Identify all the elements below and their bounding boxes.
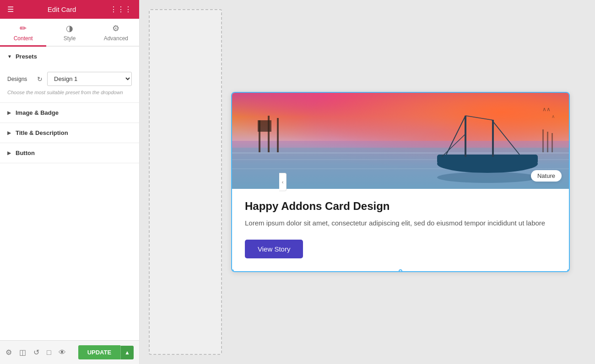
title-description-header[interactable]: ▶ Title & Description [0, 123, 139, 143]
main-content: + [140, 0, 595, 364]
button-label: Button [16, 150, 35, 156]
svg-text:∧∧: ∧∧ [542, 106, 551, 112]
sidebar-header: ☰ Edit Card ⋮⋮⋮ [0, 0, 139, 19]
sidebar-footer: ⚙ ◫ ↺ □ 👁 UPDATE ▲ [0, 340, 139, 364]
right-spacer [579, 9, 595, 355]
history-icon[interactable]: ↺ [33, 348, 39, 357]
grid-icon[interactable]: ⋮⋮⋮ [110, 5, 132, 14]
advanced-tab-icon: ⚙ [112, 23, 119, 33]
designs-select[interactable]: Design 1 Design 2 Design 3 [47, 72, 132, 86]
title-description-chevron-icon: ▶ [7, 130, 11, 135]
presets-chevron-icon: ▼ [7, 54, 12, 59]
presets-content: Designs ↻ Design 1 Design 2 Design 3 Cho… [0, 66, 139, 102]
card-widget-wrapper: + [222, 9, 579, 355]
update-btn-group: UPDATE ▲ [78, 345, 134, 359]
tab-style-label: Style [64, 35, 76, 42]
tab-advanced[interactable]: ⚙ Advanced [93, 19, 139, 47]
canvas-area: + [140, 0, 595, 364]
handle-bottom-right [567, 269, 570, 272]
svg-text:∧: ∧ [552, 114, 555, 119]
footer-icons: ⚙ ◫ ↺ □ 👁 [5, 348, 66, 357]
title-description-section: ▶ Title & Description [0, 123, 139, 143]
designs-hint: Choose the most suitable preset from the… [7, 90, 132, 95]
svg-point-16 [437, 172, 538, 183]
card-badge: Nature [531, 170, 562, 182]
image-badge-header[interactable]: ▶ Image & Badge [0, 103, 139, 123]
presets-label: Presets [16, 53, 37, 60]
tab-advanced-label: Advanced [104, 35, 128, 42]
tab-content[interactable]: ✏ Content [0, 19, 46, 47]
svg-rect-19 [542, 129, 544, 152]
card-body: Happy Addons Card Design Lorem ipsum dol… [232, 189, 569, 271]
title-description-label: Title & Description [16, 129, 68, 136]
svg-rect-6 [277, 118, 279, 152]
presets-section: ▼ Presets Designs ↻ Design 1 Design 2 De… [0, 47, 139, 103]
tab-content-label: Content [14, 35, 33, 42]
svg-rect-21 [552, 133, 553, 152]
image-badge-chevron-icon: ▶ [7, 110, 11, 115]
update-button[interactable]: UPDATE [78, 345, 120, 359]
update-dropdown-button[interactable]: ▲ [120, 346, 134, 359]
settings-icon[interactable]: ⚙ [5, 348, 12, 357]
image-badge-section: ▶ Image & Badge [0, 103, 139, 123]
presets-header[interactable]: ▼ Presets [0, 47, 139, 66]
hamburger-icon[interactable]: ☰ [7, 5, 14, 14]
designs-row: Designs ↻ Design 1 Design 2 Design 3 [7, 72, 132, 86]
content-tab-icon: ✏ [20, 23, 27, 33]
style-tab-icon: ◑ [66, 23, 73, 33]
left-column-placeholder[interactable] [149, 9, 222, 355]
designs-label: Designs [7, 76, 32, 82]
handle-bottom-left [231, 269, 234, 272]
sidebar-title: Edit Card [48, 5, 76, 13]
svg-rect-11 [492, 120, 494, 157]
layers-icon[interactable]: ◫ [19, 348, 26, 357]
sidebar-tabs: ✏ Content ◑ Style ⚙ Advanced [0, 19, 139, 47]
sidebar: ☰ Edit Card ⋮⋮⋮ ✏ Content ◑ Style ⚙ Adva… [0, 0, 140, 364]
svg-line-14 [465, 116, 494, 120]
svg-rect-20 [547, 132, 548, 152]
card-description: Lorem ipsum dolor sit amet, consectetur … [245, 218, 556, 229]
svg-rect-7 [258, 120, 271, 132]
refresh-button[interactable]: ↻ [36, 75, 43, 84]
tab-style[interactable]: ◑ Style [46, 19, 92, 47]
svg-rect-10 [465, 116, 466, 157]
card-view-story-button[interactable]: View Story [245, 240, 303, 258]
handle-bottom-middle [399, 269, 402, 272]
collapse-handle[interactable]: ‹ [279, 173, 287, 191]
svg-rect-9 [437, 155, 538, 164]
button-chevron-icon: ▶ [7, 150, 11, 155]
sidebar-content: ▼ Presets Designs ↻ Design 1 Design 2 De… [0, 47, 139, 340]
collapse-icon: ‹ [282, 179, 284, 185]
image-badge-label: Image & Badge [16, 109, 59, 116]
responsive-icon[interactable]: □ [47, 348, 51, 357]
preview-icon[interactable]: 👁 [59, 348, 66, 357]
button-section: ▶ Button [0, 143, 139, 163]
button-header[interactable]: ▶ Button [0, 143, 139, 163]
card-title: Happy Addons Card Design [245, 200, 556, 213]
